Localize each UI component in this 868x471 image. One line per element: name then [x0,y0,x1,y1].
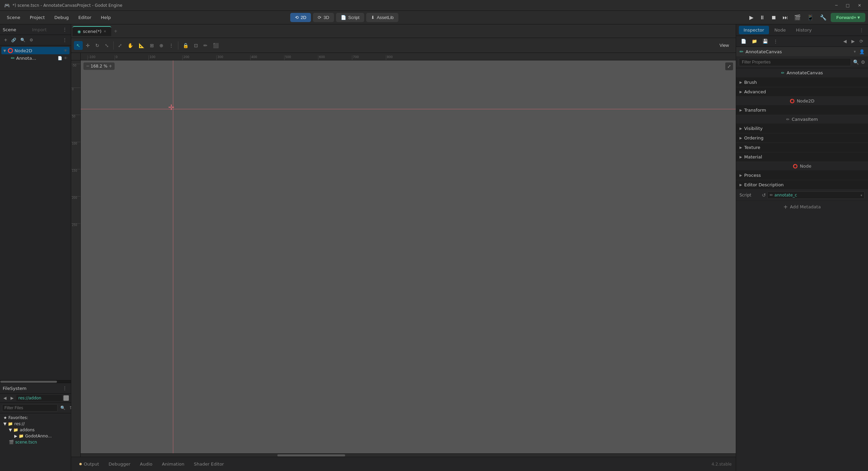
process-section[interactable]: ▶ Process [736,171,868,180]
add-metadata-btn[interactable]: + Add Metadata [736,201,868,213]
inspector-node-avatar-btn[interactable]: 👤 [859,49,865,54]
script-btn[interactable]: 📄 Script [336,13,364,22]
tab-add-btn[interactable]: + [111,27,120,35]
editor-description-section[interactable]: ▶ Editor Description [736,180,868,190]
visibility-section[interactable]: ▶ Visibility [736,124,868,133]
minimize-btn[interactable]: ─ [832,2,840,8]
search-nodes-btn[interactable]: 🔍 [19,37,27,43]
viewport-scrollbar-h[interactable] [81,453,736,457]
mode-3d-btn[interactable]: ⟳ 3D [313,13,334,22]
scene-tab[interactable]: Scene [3,27,31,32]
tab-close-btn[interactable]: ✕ [103,30,106,33]
bottom-tab-audio[interactable]: Audio [136,460,157,468]
maximize-btn[interactable]: □ [843,2,852,8]
anchor-tool-btn[interactable]: ⊕ [157,41,166,50]
instance-scene-btn[interactable]: 🔗 [10,37,18,43]
inspector-filter-settings-icon[interactable]: ⚙ [861,59,865,65]
zoom-out-btn[interactable]: − [86,63,89,69]
pan-tool-btn[interactable]: ✋ [125,41,136,50]
rotate-tool-btn[interactable]: ↻ [93,41,102,50]
insp-new-btn[interactable]: 📄 [739,37,748,45]
tree-item-annotate[interactable]: ✏️ Annota... 📄 👁 [9,54,70,62]
fs-item-scene-tscn[interactable]: 🎬 scene.tscn [7,439,70,445]
scene-scrollbar-h[interactable] [0,380,71,383]
move2-tool-btn[interactable]: ⤢ [116,41,124,50]
snap-tool-btn[interactable]: ⊞ [147,41,156,50]
transform-section[interactable]: ▶ Transform [736,106,868,115]
inspector-filter-search-icon[interactable]: 🔍 [853,59,859,65]
menu-project[interactable]: Project [26,14,49,21]
tree-item-node2d[interactable]: ▼ ⭕ Node2D 👁 [1,47,70,54]
more-tools-btn[interactable]: ⋮ [166,41,176,50]
scene-panel-menu-btn[interactable]: ⋮ [61,26,68,33]
erase-btn[interactable]: ⬛ [211,41,221,50]
fs-item-addons[interactable]: ▼ 📁 addons [7,427,70,433]
crosshair: ✛ [168,103,174,112]
pencil-btn[interactable]: ✏ [201,41,210,50]
brush-section[interactable]: ▶ Brush [736,78,868,87]
fs-back-btn[interactable]: ◀ [2,395,8,401]
play-btn[interactable]: ▶ [747,13,755,22]
inspector-tab-inspector[interactable]: Inspector [739,26,769,34]
step-btn[interactable]: ⏭ [781,13,790,22]
import-tab[interactable]: Import [32,27,60,32]
stop-btn[interactable]: ⏹ [769,13,778,22]
fs-item-godot-anno[interactable]: ▶ 📁 GodotAnno... [12,433,70,439]
inspector-filter-input[interactable] [739,58,851,66]
texture-section[interactable]: ▶ Texture [736,143,868,152]
mode-2d-btn[interactable]: ⟲ 2D [290,13,311,22]
fullscreen-btn[interactable]: ⤢ [725,62,733,70]
tab-scene[interactable]: ◉ scene(*) ✕ [73,26,111,36]
bottom-tab-debugger[interactable]: Debugger [104,460,134,468]
insp-open-btn[interactable]: 📁 [750,37,759,45]
move-tool-btn[interactable]: ✛ [83,41,92,50]
inspector-tab-node[interactable]: Node [770,26,791,34]
insp-save-btn[interactable]: 💾 [761,37,770,45]
scene-panel-options-btn[interactable]: ⋮ [61,37,68,43]
bottom-tab-shader[interactable]: Shader Editor [190,460,228,468]
forward-btn[interactable]: Forward+ ▾ [831,13,865,22]
insp-options-btn[interactable]: ⋮ [771,37,780,45]
fs-panel-menu-btn[interactable]: ⋮ [61,385,68,391]
fs-filter-input[interactable] [2,404,58,412]
insp-home-btn[interactable]: ⟳ [857,37,865,45]
filter-nodes-btn[interactable]: ⚙ [28,37,35,43]
view-btn[interactable]: View [715,41,733,50]
script-reset-btn[interactable]: ↺ [762,192,766,198]
menu-debug[interactable]: Debug [50,14,73,21]
menu-scene[interactable]: Scene [3,14,24,21]
toolbar-sep-2 [178,41,178,50]
ruler-tool-btn[interactable]: 📐 [136,41,147,50]
zoom-in-btn[interactable]: + [109,63,112,69]
inspector-tabs-more-btn[interactable]: ⋮ [858,27,865,34]
lock-btn[interactable]: 🔒 [180,41,191,50]
inspector-tab-history[interactable]: History [791,26,816,34]
scale-tool-btn[interactable]: ⤡ [102,41,111,50]
fs-search-btn[interactable]: 🔍 [59,405,67,411]
fs-item-favorites[interactable]: ★ Favorites: [1,415,70,421]
deploy-btn[interactable]: 📱 [805,13,816,22]
add-node-btn[interactable]: + [3,36,8,44]
frame-btn[interactable]: ⊡ [192,41,200,50]
bottom-tab-output[interactable]: Output [75,460,103,468]
fs-item-res[interactable]: ▼ 📁 res:// [1,421,70,427]
insp-prev-btn[interactable]: ◀ [841,37,849,45]
remote-btn[interactable]: 🔧 [818,13,829,22]
material-section[interactable]: ▶ Material [736,152,868,162]
movie-btn[interactable]: 🎬 [792,13,803,22]
select-tool-btn[interactable]: ↖ [74,41,83,50]
script-value[interactable]: ✏️ annotate_c ▾ [767,191,865,199]
bottom-tab-animation[interactable]: Animation [158,460,188,468]
pause-btn[interactable]: ⏸ [757,13,767,22]
advanced-section[interactable]: ▶ Advanced [736,87,868,97]
asset-lib-btn[interactable]: ⬇ AssetLib [366,13,398,22]
close-btn[interactable]: ✕ [855,2,864,8]
menu-help[interactable]: Help [97,14,115,21]
insp-next-btn[interactable]: ▶ [849,37,857,45]
menu-editor[interactable]: Editor [74,14,95,21]
inspector-node-selector[interactable]: ✏️ AnnotateCanvas ▾ 👤 [736,47,868,56]
fs-forward-btn[interactable]: ▶ [9,395,15,401]
tree-vis-node2d[interactable]: 👁 [64,49,67,53]
ordering-section[interactable]: ▶ Ordering [736,133,868,143]
tree-vis-annotate[interactable]: 👁 [64,56,67,60]
